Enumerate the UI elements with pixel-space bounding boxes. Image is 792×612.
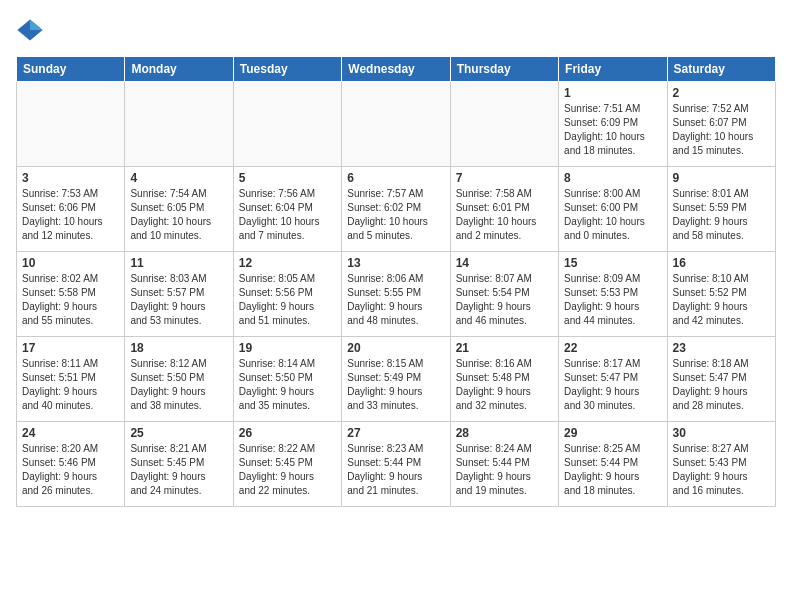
day-number: 30 xyxy=(673,426,770,440)
calendar-cell: 16Sunrise: 8:10 AM Sunset: 5:52 PM Dayli… xyxy=(667,252,775,337)
day-info: Sunrise: 7:56 AM Sunset: 6:04 PM Dayligh… xyxy=(239,187,336,243)
weekday-header-friday: Friday xyxy=(559,57,667,82)
logo xyxy=(16,16,48,44)
day-info: Sunrise: 8:24 AM Sunset: 5:44 PM Dayligh… xyxy=(456,442,553,498)
page-header xyxy=(16,16,776,44)
calendar-cell: 30Sunrise: 8:27 AM Sunset: 5:43 PM Dayli… xyxy=(667,422,775,507)
calendar-cell: 4Sunrise: 7:54 AM Sunset: 6:05 PM Daylig… xyxy=(125,167,233,252)
day-number: 25 xyxy=(130,426,227,440)
day-info: Sunrise: 8:07 AM Sunset: 5:54 PM Dayligh… xyxy=(456,272,553,328)
calendar-cell: 17Sunrise: 8:11 AM Sunset: 5:51 PM Dayli… xyxy=(17,337,125,422)
day-info: Sunrise: 7:51 AM Sunset: 6:09 PM Dayligh… xyxy=(564,102,661,158)
day-info: Sunrise: 7:53 AM Sunset: 6:06 PM Dayligh… xyxy=(22,187,119,243)
day-info: Sunrise: 8:01 AM Sunset: 5:59 PM Dayligh… xyxy=(673,187,770,243)
day-info: Sunrise: 8:12 AM Sunset: 5:50 PM Dayligh… xyxy=(130,357,227,413)
day-info: Sunrise: 8:10 AM Sunset: 5:52 PM Dayligh… xyxy=(673,272,770,328)
week-row-3: 10Sunrise: 8:02 AM Sunset: 5:58 PM Dayli… xyxy=(17,252,776,337)
day-number: 21 xyxy=(456,341,553,355)
day-info: Sunrise: 8:22 AM Sunset: 5:45 PM Dayligh… xyxy=(239,442,336,498)
day-info: Sunrise: 8:11 AM Sunset: 5:51 PM Dayligh… xyxy=(22,357,119,413)
calendar-cell: 1Sunrise: 7:51 AM Sunset: 6:09 PM Daylig… xyxy=(559,82,667,167)
weekday-header-thursday: Thursday xyxy=(450,57,558,82)
day-info: Sunrise: 8:16 AM Sunset: 5:48 PM Dayligh… xyxy=(456,357,553,413)
day-number: 16 xyxy=(673,256,770,270)
week-row-5: 24Sunrise: 8:20 AM Sunset: 5:46 PM Dayli… xyxy=(17,422,776,507)
day-number: 12 xyxy=(239,256,336,270)
day-number: 17 xyxy=(22,341,119,355)
day-number: 13 xyxy=(347,256,444,270)
day-number: 2 xyxy=(673,86,770,100)
day-number: 23 xyxy=(673,341,770,355)
calendar-cell: 27Sunrise: 8:23 AM Sunset: 5:44 PM Dayli… xyxy=(342,422,450,507)
calendar-cell: 24Sunrise: 8:20 AM Sunset: 5:46 PM Dayli… xyxy=(17,422,125,507)
day-number: 24 xyxy=(22,426,119,440)
logo-icon xyxy=(16,16,44,44)
day-number: 22 xyxy=(564,341,661,355)
day-info: Sunrise: 7:58 AM Sunset: 6:01 PM Dayligh… xyxy=(456,187,553,243)
calendar-cell: 5Sunrise: 7:56 AM Sunset: 6:04 PM Daylig… xyxy=(233,167,341,252)
day-info: Sunrise: 8:00 AM Sunset: 6:00 PM Dayligh… xyxy=(564,187,661,243)
calendar-cell xyxy=(17,82,125,167)
day-info: Sunrise: 8:14 AM Sunset: 5:50 PM Dayligh… xyxy=(239,357,336,413)
weekday-header-tuesday: Tuesday xyxy=(233,57,341,82)
calendar-cell: 28Sunrise: 8:24 AM Sunset: 5:44 PM Dayli… xyxy=(450,422,558,507)
calendar-cell: 29Sunrise: 8:25 AM Sunset: 5:44 PM Dayli… xyxy=(559,422,667,507)
calendar-cell: 20Sunrise: 8:15 AM Sunset: 5:49 PM Dayli… xyxy=(342,337,450,422)
calendar-cell: 13Sunrise: 8:06 AM Sunset: 5:55 PM Dayli… xyxy=(342,252,450,337)
day-number: 5 xyxy=(239,171,336,185)
weekday-header-row: SundayMondayTuesdayWednesdayThursdayFrid… xyxy=(17,57,776,82)
day-info: Sunrise: 7:54 AM Sunset: 6:05 PM Dayligh… xyxy=(130,187,227,243)
day-info: Sunrise: 8:15 AM Sunset: 5:49 PM Dayligh… xyxy=(347,357,444,413)
day-number: 26 xyxy=(239,426,336,440)
weekday-header-sunday: Sunday xyxy=(17,57,125,82)
calendar-cell: 18Sunrise: 8:12 AM Sunset: 5:50 PM Dayli… xyxy=(125,337,233,422)
day-info: Sunrise: 8:06 AM Sunset: 5:55 PM Dayligh… xyxy=(347,272,444,328)
day-info: Sunrise: 8:09 AM Sunset: 5:53 PM Dayligh… xyxy=(564,272,661,328)
day-info: Sunrise: 8:18 AM Sunset: 5:47 PM Dayligh… xyxy=(673,357,770,413)
calendar-cell: 26Sunrise: 8:22 AM Sunset: 5:45 PM Dayli… xyxy=(233,422,341,507)
calendar-cell: 9Sunrise: 8:01 AM Sunset: 5:59 PM Daylig… xyxy=(667,167,775,252)
calendar-cell: 11Sunrise: 8:03 AM Sunset: 5:57 PM Dayli… xyxy=(125,252,233,337)
day-info: Sunrise: 8:20 AM Sunset: 5:46 PM Dayligh… xyxy=(22,442,119,498)
calendar-cell: 7Sunrise: 7:58 AM Sunset: 6:01 PM Daylig… xyxy=(450,167,558,252)
day-info: Sunrise: 8:27 AM Sunset: 5:43 PM Dayligh… xyxy=(673,442,770,498)
day-number: 1 xyxy=(564,86,661,100)
weekday-header-monday: Monday xyxy=(125,57,233,82)
day-info: Sunrise: 8:23 AM Sunset: 5:44 PM Dayligh… xyxy=(347,442,444,498)
day-number: 28 xyxy=(456,426,553,440)
calendar-cell: 19Sunrise: 8:14 AM Sunset: 5:50 PM Dayli… xyxy=(233,337,341,422)
day-number: 4 xyxy=(130,171,227,185)
day-number: 3 xyxy=(22,171,119,185)
day-number: 19 xyxy=(239,341,336,355)
day-info: Sunrise: 8:03 AM Sunset: 5:57 PM Dayligh… xyxy=(130,272,227,328)
calendar-table: SundayMondayTuesdayWednesdayThursdayFrid… xyxy=(16,56,776,507)
day-number: 15 xyxy=(564,256,661,270)
day-number: 20 xyxy=(347,341,444,355)
weekday-header-wednesday: Wednesday xyxy=(342,57,450,82)
day-number: 14 xyxy=(456,256,553,270)
day-info: Sunrise: 8:21 AM Sunset: 5:45 PM Dayligh… xyxy=(130,442,227,498)
day-number: 29 xyxy=(564,426,661,440)
day-info: Sunrise: 8:25 AM Sunset: 5:44 PM Dayligh… xyxy=(564,442,661,498)
week-row-1: 1Sunrise: 7:51 AM Sunset: 6:09 PM Daylig… xyxy=(17,82,776,167)
calendar-cell: 15Sunrise: 8:09 AM Sunset: 5:53 PM Dayli… xyxy=(559,252,667,337)
calendar-cell: 2Sunrise: 7:52 AM Sunset: 6:07 PM Daylig… xyxy=(667,82,775,167)
calendar-cell: 12Sunrise: 8:05 AM Sunset: 5:56 PM Dayli… xyxy=(233,252,341,337)
calendar-cell: 6Sunrise: 7:57 AM Sunset: 6:02 PM Daylig… xyxy=(342,167,450,252)
day-info: Sunrise: 8:02 AM Sunset: 5:58 PM Dayligh… xyxy=(22,272,119,328)
calendar-cell: 23Sunrise: 8:18 AM Sunset: 5:47 PM Dayli… xyxy=(667,337,775,422)
day-number: 27 xyxy=(347,426,444,440)
day-info: Sunrise: 8:17 AM Sunset: 5:47 PM Dayligh… xyxy=(564,357,661,413)
calendar-cell: 22Sunrise: 8:17 AM Sunset: 5:47 PM Dayli… xyxy=(559,337,667,422)
day-info: Sunrise: 8:05 AM Sunset: 5:56 PM Dayligh… xyxy=(239,272,336,328)
calendar-cell: 25Sunrise: 8:21 AM Sunset: 5:45 PM Dayli… xyxy=(125,422,233,507)
day-number: 11 xyxy=(130,256,227,270)
day-number: 9 xyxy=(673,171,770,185)
day-number: 10 xyxy=(22,256,119,270)
calendar-cell: 8Sunrise: 8:00 AM Sunset: 6:00 PM Daylig… xyxy=(559,167,667,252)
week-row-2: 3Sunrise: 7:53 AM Sunset: 6:06 PM Daylig… xyxy=(17,167,776,252)
calendar-cell xyxy=(450,82,558,167)
day-number: 6 xyxy=(347,171,444,185)
day-number: 7 xyxy=(456,171,553,185)
day-number: 8 xyxy=(564,171,661,185)
